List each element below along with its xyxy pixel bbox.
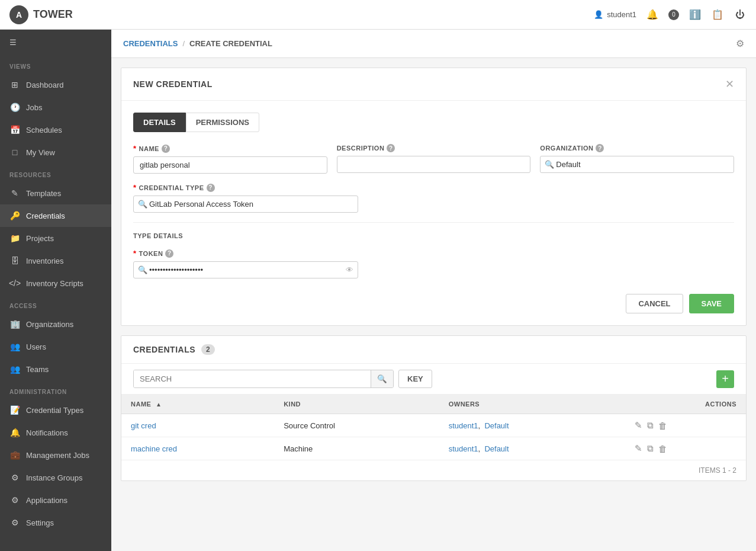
sidebar-item-organizations[interactable]: 🏢 Organizations	[0, 313, 111, 335]
credential-link[interactable]: git cred	[131, 421, 156, 430]
form-row-1: * NAME ? DESCRIPTION ?	[133, 144, 734, 174]
sidebar-item-schedules[interactable]: 📅 Schedules	[0, 118, 111, 141]
token-label: * TOKEN ?	[133, 249, 358, 258]
sidebar-item-management-jobs[interactable]: 💼 Management Jobs	[0, 444, 111, 466]
card-title: NEW CREDENTIAL	[133, 79, 213, 89]
key-button[interactable]: KEY	[398, 370, 432, 388]
sort-icon-name[interactable]: ▲	[156, 401, 162, 408]
organization-input[interactable]	[540, 156, 734, 173]
projects-icon: 📁	[9, 233, 20, 244]
hamburger-menu[interactable]: ☰	[0, 30, 111, 55]
form-row-2: * CREDENTIAL TYPE ? 🔍	[133, 183, 734, 213]
sidebar-item-inventory-scripts[interactable]: </> Inventory Scripts	[0, 272, 111, 294]
sidebar-item-inventories[interactable]: 🗄 Inventories	[0, 249, 111, 272]
notification-badge: 0	[668, 9, 679, 20]
power-icon[interactable]: ⏻	[734, 8, 747, 21]
sidebar-item-credential-types[interactable]: 📝 Credential Types	[0, 399, 111, 421]
credential-types-icon: 📝	[9, 405, 20, 415]
card-header: NEW CREDENTIAL ✕	[121, 68, 746, 101]
close-icon[interactable]: ✕	[725, 78, 734, 91]
owner-link-2[interactable]: Default	[484, 421, 509, 430]
type-details-label: TYPE DETAILS	[133, 222, 734, 239]
breadcrumb-parent[interactable]: CREDENTIALS	[123, 39, 178, 48]
description-input[interactable]	[337, 156, 531, 173]
sidebar-item-projects[interactable]: 📁 Projects	[0, 227, 111, 249]
docs-icon[interactable]: 📋	[711, 8, 724, 21]
description-help-icon[interactable]: ?	[387, 144, 395, 152]
list-toolbar: 🔍 KEY +	[121, 364, 746, 395]
breadcrumb: CREDENTIALS / CREATE CREDENTIAL ⚙	[111, 30, 756, 58]
token-input[interactable]	[133, 261, 358, 278]
add-credential-button[interactable]: +	[716, 370, 734, 388]
sidebar-item-credentials[interactable]: 🔑 Credentials	[0, 204, 111, 227]
name-input[interactable]	[133, 156, 327, 174]
tab-details[interactable]: DETAILS	[133, 113, 186, 132]
save-button[interactable]: SAVE	[689, 294, 734, 313]
logo-icon: A	[9, 5, 28, 24]
new-credential-card: NEW CREDENTIAL ✕ DETAILS PERMISSIONS * N…	[121, 68, 747, 326]
name-help-icon[interactable]: ?	[162, 145, 170, 153]
search-input[interactable]	[134, 370, 371, 387]
sidebar-item-users[interactable]: 👥 Users	[0, 335, 111, 358]
card-body: DETAILS PERMISSIONS * NAME ?	[121, 101, 746, 325]
breadcrumb-current: CREATE CREDENTIAL	[189, 39, 272, 48]
topbar: A TOWER 👤 student1 🔔 0 ℹ️ 📋 ⏻	[0, 0, 756, 30]
sidebar-item-applications[interactable]: ⚙ Applications	[0, 489, 111, 511]
copy-icon[interactable]: ⧉	[647, 443, 654, 454]
credential-type-input[interactable]	[133, 196, 358, 213]
sidebar-item-teams[interactable]: 👥 Teams	[0, 358, 111, 380]
app-logo[interactable]: A TOWER	[9, 5, 73, 24]
sidebar-item-notifications[interactable]: 🔔 Notifications	[0, 421, 111, 444]
cell-kind: Source Control	[274, 414, 439, 437]
copy-icon[interactable]: ⧉	[647, 420, 654, 431]
organization-search-icon: 🔍	[545, 160, 554, 169]
credentials-icon: 🔑	[9, 210, 20, 221]
delete-icon[interactable]: 🗑	[658, 421, 667, 431]
topbar-user[interactable]: 👤 student1	[594, 10, 636, 19]
sidebar-item-settings[interactable]: ⚙ Settings	[0, 511, 111, 534]
description-label: DESCRIPTION ?	[337, 144, 531, 152]
sidebar-item-dashboard[interactable]: ⊞ Dashboard	[0, 73, 111, 96]
notifications-icon[interactable]: 🔔	[646, 8, 659, 21]
cancel-button[interactable]: CANCEL	[626, 294, 683, 313]
breadcrumb-settings-icon[interactable]: ⚙	[736, 38, 744, 49]
organization-field-group: ORGANIZATION ? 🔍	[540, 144, 734, 173]
sidebar-item-jobs[interactable]: 🕐 Jobs	[0, 96, 111, 118]
delete-icon[interactable]: 🗑	[658, 444, 667, 454]
cell-name: machine cred	[121, 437, 274, 460]
credential-link[interactable]: machine cred	[131, 444, 177, 453]
credentials-list-card: CREDENTIALS 2 🔍 KEY + NAME ▲	[121, 335, 747, 481]
topbar-actions: 👤 student1 🔔 0 ℹ️ 📋 ⏻	[594, 8, 747, 21]
notifications-sidebar-icon: 🔔	[9, 427, 20, 438]
applications-icon: ⚙	[9, 495, 20, 505]
token-help-icon[interactable]: ?	[165, 249, 173, 258]
cell-name: git cred	[121, 414, 274, 437]
token-eye-icon[interactable]: 👁	[346, 265, 353, 274]
info-icon[interactable]: ℹ️	[689, 8, 702, 21]
sidebar-item-instance-groups[interactable]: ⚙ Instance Groups	[0, 466, 111, 489]
owner-link-2[interactable]: Default	[484, 444, 509, 453]
dashboard-icon: ⊞	[9, 79, 20, 90]
owner-link-1[interactable]: student1	[449, 444, 478, 453]
search-button[interactable]: 🔍	[371, 370, 393, 387]
name-label: * NAME ?	[133, 144, 327, 153]
edit-icon[interactable]: ✎	[635, 420, 642, 431]
breadcrumb-separator: /	[182, 39, 185, 48]
users-icon: 👥	[9, 341, 20, 352]
owner-link-1[interactable]: student1	[449, 421, 478, 430]
col-kind: KIND	[274, 395, 439, 414]
cell-actions: ✎ ⧉ 🗑	[625, 437, 746, 460]
schedules-icon: 📅	[9, 124, 20, 135]
token-field-group: * TOKEN ? 🔍 👁	[133, 249, 358, 278]
myview-icon: □	[9, 147, 20, 158]
col-name: NAME ▲	[121, 395, 274, 414]
sidebar-item-myview[interactable]: □ My View	[0, 141, 111, 164]
sidebar-item-templates[interactable]: ✎ Templates	[0, 182, 111, 204]
organization-help-icon[interactable]: ?	[596, 144, 604, 152]
description-field-group: DESCRIPTION ?	[337, 144, 531, 173]
credential-type-help-icon[interactable]: ?	[207, 184, 215, 192]
cell-kind: Machine	[274, 437, 439, 460]
organizations-icon: 🏢	[9, 319, 20, 329]
tab-permissions[interactable]: PERMISSIONS	[186, 113, 259, 132]
edit-icon[interactable]: ✎	[635, 443, 642, 454]
